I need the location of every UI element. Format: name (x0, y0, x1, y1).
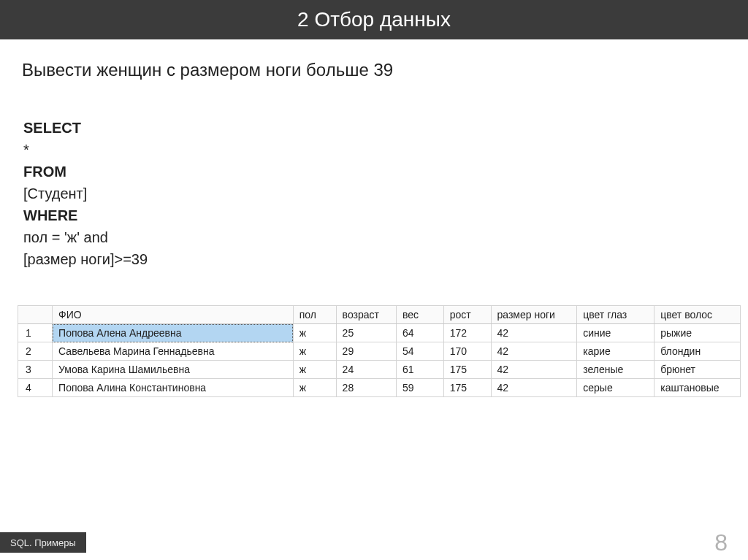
col-hair: цвет волос (654, 306, 741, 324)
col-age: возраст (336, 306, 396, 324)
table-cell: 54 (397, 342, 444, 361)
table-cell: каштановые (654, 379, 741, 397)
select-list: * (23, 139, 726, 161)
table-cell: серые (577, 379, 654, 397)
kw-select: SELECT (23, 120, 81, 136)
results-table-wrap: ФИО пол возраст вес рост размер ноги цве… (18, 305, 741, 397)
slide-content: Вывести женщин с размером ноги больше 39… (0, 39, 748, 397)
table-cell: 59 (397, 379, 444, 397)
footer-label: SQL. Примеры (0, 532, 86, 553)
table-cell: 61 (397, 361, 444, 379)
table-cell: 3 (18, 361, 53, 379)
table-cell: блондин (654, 342, 741, 361)
results-table: ФИО пол возраст вес рост размер ноги цве… (18, 305, 741, 397)
table-header-row: ФИО пол возраст вес рост размер ноги цве… (18, 306, 741, 324)
table-cell: Попова Алена Андреевна (53, 324, 294, 342)
col-pol: пол (293, 306, 336, 324)
table-cell: 24 (336, 361, 396, 379)
table-cell: ж (293, 379, 336, 397)
col-ves: вес (397, 306, 444, 324)
table-cell: 29 (336, 342, 396, 361)
table-cell: 42 (491, 361, 577, 379)
table-cell: Попова Алина Константиновна (53, 379, 294, 397)
table-cell: 2 (18, 342, 53, 361)
table-cell: синие (577, 324, 654, 342)
table-cell: зеленые (577, 361, 654, 379)
slide-footer: SQL. Примеры 8 (0, 525, 748, 560)
table-cell: ж (293, 361, 336, 379)
table-cell: 175 (443, 379, 491, 397)
table-cell: 64 (397, 324, 444, 342)
table-cell: 175 (443, 361, 491, 379)
table-cell: рыжие (654, 324, 741, 342)
table-cell: 25 (336, 324, 396, 342)
table-cell: 172 (443, 324, 491, 342)
col-foot: размер ноги (491, 306, 577, 324)
page-number: 8 (714, 529, 728, 556)
kw-from: FROM (23, 164, 66, 180)
table-row: 2Савельева Марина Геннадьевнаж295417042к… (18, 342, 741, 361)
slide-title: 2 Отбор данных (297, 8, 451, 31)
where-line-2: [размер ноги]>=39 (23, 248, 726, 270)
kw-where: WHERE (23, 207, 77, 223)
table-row: 1Попова Алена Андреевнаж256417242синиеры… (18, 324, 741, 342)
table-cell: 28 (336, 379, 396, 397)
slide-title-bar: 2 Отбор данных (0, 0, 748, 39)
table-row: 4Попова Алина Константиновнаж285917542се… (18, 379, 741, 397)
table-cell: Савельева Марина Геннадьевна (53, 342, 294, 361)
table-cell: 170 (443, 342, 491, 361)
table-cell: брюнет (654, 361, 741, 379)
col-fio: ФИО (53, 306, 294, 324)
from-table: [Студент] (23, 183, 726, 204)
table-cell: 1 (18, 324, 53, 342)
col-rost: рост (443, 306, 491, 324)
table-cell: ж (293, 324, 336, 342)
table-row: 3Умова Карина Шамильевнаж246117542зелены… (18, 361, 741, 379)
sql-query-block: SELECT * FROM [Студент] WHERE пол = 'ж' … (23, 117, 726, 270)
table-cell: Умова Карина Шамильевна (53, 361, 294, 379)
col-rownum (18, 306, 53, 324)
where-line-1: пол = 'ж' and (23, 226, 726, 248)
table-cell: 42 (491, 324, 577, 342)
table-cell: ж (293, 342, 336, 361)
table-cell: карие (577, 342, 654, 361)
table-cell: 4 (18, 379, 53, 397)
col-eye: цвет глаз (577, 306, 654, 324)
table-cell: 42 (491, 342, 577, 361)
task-text: Вывести женщин с размером ноги больше 39 (22, 60, 726, 80)
table-cell: 42 (491, 379, 577, 397)
